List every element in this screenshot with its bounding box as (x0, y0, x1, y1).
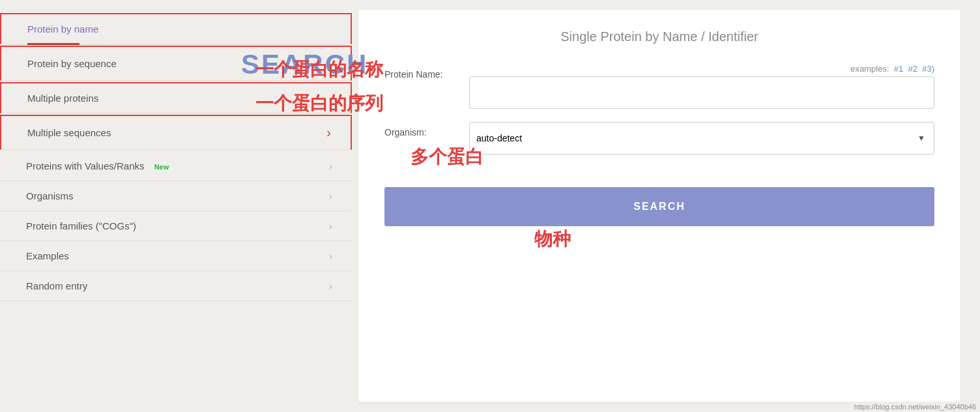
sidebar-item-label: Proteins with Values/Ranks New (26, 160, 172, 171)
example-link-1[interactable]: #1 (891, 64, 903, 74)
chevron-right-icon: › (329, 221, 332, 231)
sidebar-item-organisms[interactable]: Organisms › (0, 181, 352, 211)
protein-name-input[interactable] (469, 76, 934, 109)
search-button[interactable]: SEARCH (384, 187, 934, 226)
sidebar-item-label: Random entry (26, 280, 87, 291)
organism-field: auto-detect ▼ (469, 122, 934, 154)
page-wrapper: Protein by name Protein by sequence › Mu… (0, 0, 980, 412)
chevron-right-icon: › (326, 125, 331, 140)
examples-text: examples: #1 #2 #3) (469, 64, 934, 74)
chevron-right-icon: › (329, 251, 332, 261)
protein-name-field: examples: #1 #2 #3) (469, 64, 934, 109)
sidebar-item-label: Protein by sequence (27, 58, 117, 69)
sidebar-item-label: Multiple sequences (27, 127, 111, 138)
sidebar-item-proteins-with-values[interactable]: Proteins with Values/Ranks New › (0, 151, 352, 181)
organism-label: Organism: (384, 122, 469, 138)
sidebar-item-label: Examples (26, 250, 69, 261)
sidebar-item-multiple-sequences[interactable]: Multiple sequences › (0, 115, 352, 150)
chevron-right-icon: › (329, 191, 332, 201)
example-link-3[interactable]: #3 (920, 64, 932, 74)
sidebar-item-random-entry[interactable]: Random entry › (0, 271, 352, 301)
annotation-organism: 物种 (534, 227, 571, 252)
new-badge: New (151, 162, 173, 171)
sidebar-item-label: Multiple proteins (27, 93, 98, 104)
sidebar-item-protein-families[interactable]: Protein families ("COGs") › (0, 211, 352, 241)
annotation-multiple-proteins: 多个蛋白 (411, 145, 483, 169)
annotation-protein-sequence: 一个蛋白的序列 (255, 91, 383, 116)
active-underline (27, 43, 79, 45)
main-panel: Single Protein by Name / Identifier Prot… (358, 10, 960, 402)
panel-title: Single Protein by Name / Identifier (384, 29, 934, 44)
sidebar-item-label: Protein families ("COGs") (26, 220, 136, 231)
sidebar-item-examples[interactable]: Examples › (0, 241, 352, 271)
sidebar-item-label: Protein by name (27, 23, 98, 35)
annotation-protein-name: 一个蛋白的名称 (255, 57, 383, 82)
chevron-right-icon: › (329, 161, 332, 171)
chevron-right-icon: › (329, 281, 332, 291)
sidebar-item-protein-by-name[interactable]: Protein by name (0, 13, 352, 44)
organism-select[interactable]: auto-detect (469, 122, 934, 154)
organism-select-wrapper: auto-detect ▼ (469, 122, 934, 154)
protein-name-label: Protein Name: (384, 64, 469, 80)
protein-name-row: Protein Name: examples: #1 #2 #3) (384, 64, 934, 109)
sidebar-item-label: Organisms (26, 190, 74, 201)
example-link-2[interactable]: #2 (906, 64, 917, 74)
url-bar: https://blog.csdn.net/weixin_43040b46 (850, 402, 980, 412)
